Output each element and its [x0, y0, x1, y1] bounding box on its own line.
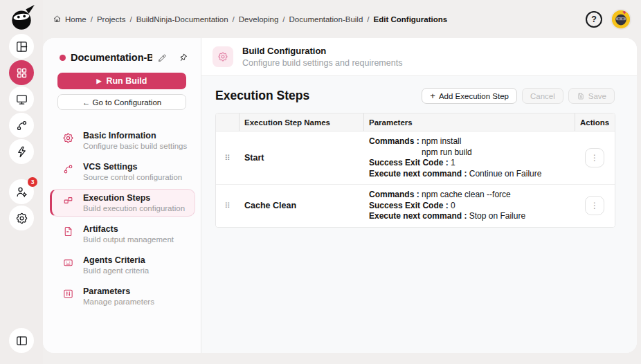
breadcrumb-build[interactable]: Documentation-Build	[289, 15, 363, 24]
rail-settings-button[interactable]	[9, 206, 34, 230]
build-sidebar: Documentation-Bu... ▶ Run Build ← Go to …	[43, 38, 201, 353]
apps-grid-icon	[15, 66, 28, 80]
pin-icon[interactable]	[178, 53, 188, 63]
sidebar-item-label: Parameters	[83, 286, 154, 297]
ninja-logo[interactable]	[7, 3, 36, 33]
plus-icon: +	[430, 91, 435, 100]
rail-vcs-button[interactable]	[9, 113, 34, 138]
play-icon: ▶	[97, 78, 102, 84]
rail-actions-button[interactable]	[9, 139, 34, 164]
build-configuration-header: Build Configuration Configure build sett…	[201, 38, 637, 76]
main-card: Documentation-Bu... ▶ Run Build ← Go to …	[43, 38, 637, 353]
row-menu-button[interactable]: ⋮	[585, 148, 604, 167]
steps-icon	[62, 194, 74, 206]
param-label: Success Exit Code :	[369, 201, 449, 210]
param-label: Success Exit Code :	[369, 158, 449, 167]
sidebar-item-artifacts[interactable]: Artifacts Build output management	[50, 220, 195, 248]
param-label: Execute next command :	[369, 169, 467, 179]
table-header: Execution Step Names Parameters Actions	[216, 113, 615, 131]
rail-agents-button[interactable]: 3	[9, 179, 34, 204]
table-row: ⠿ Start Commands : npm install npm run b…	[216, 131, 615, 184]
parameters-icon	[62, 288, 74, 300]
breadcrumb-home[interactable]: Home	[65, 15, 87, 24]
go-to-configuration-button[interactable]: ← Go to Configuration	[57, 94, 186, 110]
column-actions: Actions	[575, 113, 615, 131]
step-name: Cache Clean	[239, 185, 363, 227]
icon-rail: 3	[0, 0, 43, 364]
notification-badge: 3	[28, 177, 37, 187]
sidebar-item-desc: Source control configuration	[83, 172, 182, 182]
add-execution-step-button[interactable]: + Add Execution Step	[422, 88, 517, 104]
cancel-label: Cancel	[530, 92, 555, 100]
save-label: Save	[588, 92, 606, 100]
page-subtitle: Configure build settings and requirement…	[242, 58, 402, 68]
git-branch-icon	[62, 163, 74, 175]
config-nav: Basic Information Configure basic build …	[43, 117, 201, 310]
sidebar-item-vcs-settings[interactable]: VCS Settings Source control configuratio…	[50, 158, 195, 185]
param-value: npm run build	[422, 147, 472, 158]
collapse-sidebar-button[interactable]	[9, 328, 34, 353]
param-value: npm install	[422, 136, 472, 147]
gear-icon	[62, 132, 74, 144]
dashboard-icon	[15, 40, 28, 53]
breadcrumb-separator: /	[233, 15, 235, 24]
row-menu-button[interactable]: ⋮	[585, 196, 604, 215]
param-label: Execute next command :	[369, 211, 467, 221]
drag-handle-icon[interactable]: ⠿	[216, 131, 239, 184]
execution-steps-section: Execution Steps + Add Execution Step Can…	[201, 76, 637, 228]
breadcrumb: Home / Projects / BuildNinja-Documentati…	[53, 15, 586, 24]
rail-projects-button[interactable]	[9, 60, 34, 85]
column-drag	[216, 113, 239, 131]
sidebar-item-agents-criteria[interactable]: Agents Criteria Build agent criteria	[50, 251, 195, 279]
sidebar-item-basic-information[interactable]: Basic Information Configure basic build …	[50, 127, 195, 154]
user-avatar[interactable]	[611, 9, 631, 30]
save-button[interactable]: Save	[568, 88, 615, 104]
help-button[interactable]: ?	[586, 11, 602, 28]
sidebar-item-desc: Build agent criteria	[83, 266, 149, 275]
sidebar-item-desc: Build execution configuration	[83, 203, 185, 213]
param-label: Commands :	[369, 190, 419, 199]
sidebar-item-label: Artifacts	[83, 224, 174, 235]
sidebar-item-desc: Build output management	[83, 235, 174, 244]
sidebar-item-label: VCS Settings	[83, 161, 182, 172]
section-title: Execution Steps	[215, 89, 309, 103]
sidebar-item-label: Agents Criteria	[83, 255, 149, 266]
save-icon	[577, 92, 585, 100]
monitor-icon	[15, 93, 28, 106]
file-icon	[62, 226, 74, 237]
sidebar-item-execution-steps[interactable]: Execution Steps Build execution configur…	[50, 189, 195, 217]
breadcrumb-projects[interactable]: Projects	[97, 15, 126, 24]
table-row: ⠿ Cache Clean Commands : npm cache clean…	[216, 184, 615, 227]
config-icon-box	[213, 46, 233, 67]
collapse-panel-icon	[15, 334, 28, 347]
step-parameters: Commands : npm cache clean --force Succe…	[363, 185, 575, 227]
param-value: Stop on Failure	[469, 211, 525, 221]
gear-icon	[217, 51, 228, 62]
sidebar-item-parameters[interactable]: Parameters Manage parameters	[50, 282, 195, 310]
status-dot	[60, 55, 66, 61]
sidebar-actions: ▶ Run Build ← Go to Configuration	[43, 73, 201, 117]
ninja-avatar-icon	[612, 10, 630, 28]
drag-handle-icon[interactable]: ⠿	[216, 185, 239, 227]
main-content: Build Configuration Configure build sett…	[201, 38, 637, 353]
param-value: 0	[451, 201, 455, 210]
kebab-menu-icon: ⋮	[590, 201, 599, 210]
edit-icon[interactable]	[157, 53, 168, 63]
agent-icon	[62, 257, 74, 269]
rail-dashboard-button[interactable]	[9, 34, 34, 59]
kebab-menu-icon: ⋮	[590, 153, 599, 163]
step-name: Start	[239, 131, 363, 184]
run-build-button[interactable]: ▶ Run Build	[57, 73, 186, 89]
param-value: npm cache clean --force	[422, 190, 511, 199]
git-branch-icon	[15, 119, 28, 132]
breadcrumb-project[interactable]: BuildNinja-Documentation	[136, 15, 228, 24]
cancel-button[interactable]: Cancel	[522, 88, 563, 104]
breadcrumb-subproject[interactable]: Developing	[239, 15, 279, 24]
column-parameters: Parameters	[363, 113, 575, 131]
rail-monitor-button[interactable]	[9, 87, 34, 111]
add-execution-step-label: Add Execution Step	[439, 92, 509, 100]
param-label: Commands :	[369, 136, 419, 146]
breadcrumb-separator: /	[129, 15, 132, 24]
bolt-icon	[15, 145, 28, 158]
sidebar-item-label: Execution Steps	[83, 192, 185, 203]
